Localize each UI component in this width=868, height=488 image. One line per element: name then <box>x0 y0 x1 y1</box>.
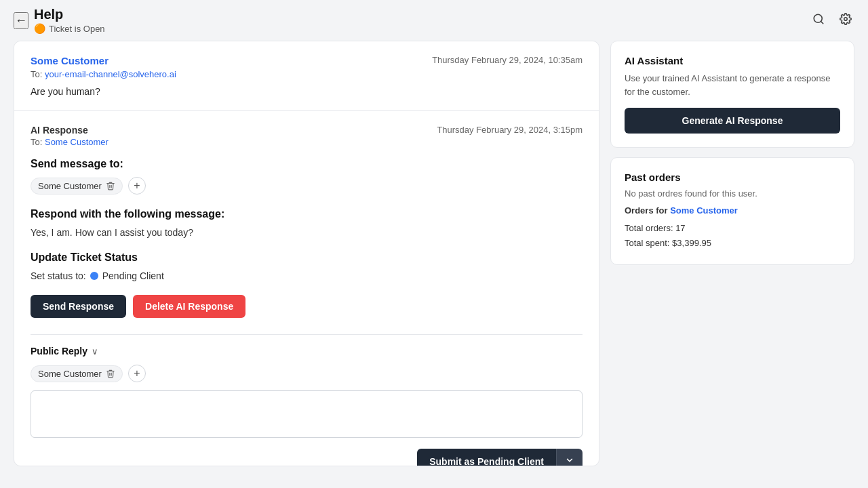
status-value: Pending Client <box>102 270 164 281</box>
message-to: To: your-email-channel@solvehero.ai <box>31 69 583 79</box>
topbar-right <box>810 10 854 31</box>
ai-assistant-title: AI Assistant <box>625 55 840 66</box>
ai-response-to-label: To: <box>31 137 42 147</box>
dropdown-arrow-icon <box>565 455 574 466</box>
reply-recipient-name: Some Customer <box>38 369 102 379</box>
submit-as-pending-button[interactable]: Submit as Pending Client <box>417 449 556 466</box>
send-response-button[interactable]: Send Response <box>31 295 126 318</box>
page-title: Help <box>34 7 105 22</box>
ai-response-to: To: Some Customer <box>31 137 583 147</box>
message-to-email[interactable]: your-email-channel@solvehero.ai <box>45 69 176 79</box>
status-row: Set status to: Pending Client <box>31 270 583 281</box>
past-orders-title: Past orders <box>625 171 840 183</box>
ai-response-to-name[interactable]: Some Customer <box>45 137 108 147</box>
submit-dropdown-button[interactable] <box>556 449 583 466</box>
update-status-title: Update Ticket Status <box>31 251 583 264</box>
settings-icon <box>840 14 852 28</box>
remove-recipient-button[interactable] <box>106 181 115 190</box>
respond-message: Yes, I am. How can I assist you today? <box>31 227 583 238</box>
message-body: Are you human? <box>31 86 583 97</box>
orders-customer-link[interactable]: Some Customer <box>670 205 738 216</box>
svg-line-1 <box>821 21 823 23</box>
svg-point-2 <box>844 17 848 20</box>
remove-reply-recipient-button[interactable] <box>106 369 115 378</box>
public-reply-header[interactable]: Public Reply ∨ <box>31 346 583 357</box>
chevron-down-icon: ∨ <box>92 346 98 357</box>
submit-btn-group: Submit as Pending Client <box>417 449 583 466</box>
back-button[interactable]: ← <box>14 12 28 29</box>
ai-response-block: AI Response Thursday February 29, 2024, … <box>14 111 599 466</box>
ai-response-title: AI Response <box>31 125 88 136</box>
send-to-title: Send message to: <box>31 158 583 170</box>
orders-for-label: Orders for <box>625 205 668 216</box>
past-orders-stats: Total orders: 17 Total spent: $3,399.95 <box>625 221 840 251</box>
delete-ai-response-button[interactable]: Delete AI Response <box>133 295 245 318</box>
customer-message-block: Some Customer Thursday February 29, 2024… <box>14 41 599 111</box>
ai-action-buttons: Send Response Delete AI Response <box>31 295 583 318</box>
search-icon <box>812 14 825 28</box>
past-orders-no-data: No past ordres found for this user. <box>625 188 840 199</box>
message-header: Some Customer Thursday February 29, 2024… <box>31 55 583 66</box>
message-to-label: To: <box>31 69 42 79</box>
add-reply-recipient-button[interactable]: + <box>128 365 146 382</box>
ticket-status-badge: 🟠 Ticket is Open <box>34 23 105 34</box>
respond-section: Respond with the following message: Yes,… <box>31 208 583 238</box>
set-status-label: Set status to: <box>31 270 86 281</box>
search-button[interactable] <box>810 10 827 31</box>
topbar-title-group: Help 🟠 Ticket is Open <box>34 7 105 34</box>
ticket-status-label: Ticket is Open <box>49 24 105 34</box>
respond-title: Respond with the following message: <box>31 208 583 220</box>
recipient-tag: Some Customer <box>31 178 123 195</box>
topbar: ← Help 🟠 Ticket is Open <box>0 0 868 41</box>
settings-button[interactable] <box>837 10 854 31</box>
public-reply-title: Public Reply <box>31 346 87 357</box>
ai-assistant-description: Use your trained AI Assistant to generat… <box>625 72 840 98</box>
ai-response-header: AI Response Thursday February 29, 2024, … <box>31 125 583 136</box>
add-recipient-button[interactable]: + <box>128 177 146 195</box>
public-reply-section: Public Reply ∨ Some Customer + <box>31 346 583 466</box>
message-time: Thursday February 29, 2024, 10:35am <box>432 55 583 65</box>
reply-textarea[interactable] <box>31 390 583 438</box>
past-orders-customer: Orders for Some Customer <box>625 205 840 216</box>
ticket-status-dot: 🟠 <box>34 23 45 34</box>
right-panel: AI Assistant Use your trained AI Assista… <box>610 41 854 466</box>
ai-assistant-card: AI Assistant Use your trained AI Assista… <box>610 41 854 148</box>
topbar-left: ← Help 🟠 Ticket is Open <box>14 7 105 34</box>
reply-actions: Submit as Pending Client <box>31 449 583 466</box>
recipient-name: Some Customer <box>38 181 102 191</box>
status-dot-blue-icon <box>90 272 98 280</box>
divider <box>31 334 583 335</box>
send-to-section: Send message to: Some Customer + <box>31 158 583 195</box>
sender-name[interactable]: Some Customer <box>31 55 108 66</box>
main-layout: Some Customer Thursday February 29, 2024… <box>0 41 868 480</box>
generate-ai-response-button[interactable]: Generate AI Response <box>625 108 840 134</box>
reply-recipient-tags: Some Customer + <box>31 365 583 382</box>
ai-response-time: Thursday February 29, 2024, 3:15pm <box>437 125 583 135</box>
recipient-tags: Some Customer + <box>31 177 583 195</box>
reply-recipient-tag: Some Customer <box>31 365 123 382</box>
total-orders: Total orders: 17 <box>625 221 840 236</box>
left-panel: Some Customer Thursday February 29, 2024… <box>14 41 599 466</box>
total-spent: Total spent: $3,399.95 <box>625 236 840 251</box>
update-status-section: Update Ticket Status Set status to: Pend… <box>31 251 583 281</box>
past-orders-card: Past orders No past ordres found for thi… <box>610 157 854 265</box>
